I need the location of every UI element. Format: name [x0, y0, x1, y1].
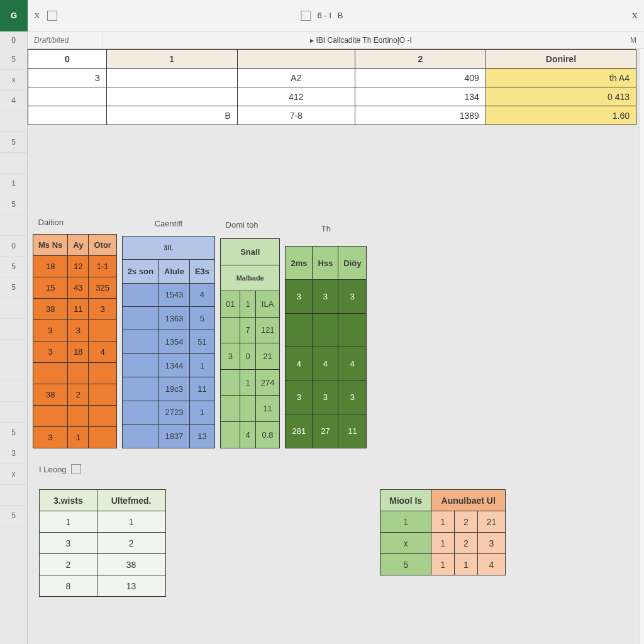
- cell[interactable]: 3: [338, 280, 367, 313]
- cell[interactable]: 18: [33, 255, 68, 277]
- row-header[interactable]: 4: [0, 91, 27, 111]
- col-header[interactable]: Ay: [68, 234, 89, 255]
- cell[interactable]: 1-1: [89, 255, 116, 277]
- cell[interactable]: 1543: [159, 283, 190, 306]
- col-header[interactable]: Ms Ns: [33, 234, 68, 255]
- cell[interactable]: 4: [89, 341, 116, 362]
- col-header[interactable]: Ultefmed.: [97, 490, 165, 511]
- cell[interactable]: [122, 425, 158, 448]
- cell[interactable]: B: [106, 106, 237, 125]
- cell[interactable]: [68, 362, 89, 384]
- cell[interactable]: 4: [286, 347, 313, 380]
- cell[interactable]: 15: [33, 277, 68, 298]
- close-icon[interactable]: X: [632, 11, 638, 21]
- column-header[interactable]: 0: [28, 50, 107, 69]
- cell[interactable]: [221, 317, 240, 343]
- row-header[interactable]: [0, 381, 27, 402]
- cell[interactable]: 1: [40, 511, 97, 533]
- cell[interactable]: [68, 405, 89, 426]
- cell[interactable]: 27: [313, 414, 338, 448]
- col-header[interactable]: Hss: [313, 246, 338, 279]
- cell[interactable]: 1: [380, 511, 431, 533]
- cell[interactable]: 1: [240, 291, 255, 318]
- cell[interactable]: 281: [286, 414, 313, 448]
- cell[interactable]: 11: [68, 298, 89, 319]
- row-header[interactable]: 5: [0, 194, 27, 215]
- cell[interactable]: A2: [237, 69, 355, 87]
- row-header[interactable]: 5: [0, 49, 27, 70]
- cell[interactable]: 8: [40, 575, 97, 597]
- row-header[interactable]: 1: [0, 174, 27, 194]
- column-header[interactable]: 2: [355, 50, 486, 69]
- cell[interactable]: 2: [97, 533, 165, 554]
- cell[interactable]: 3: [40, 533, 97, 554]
- cell[interactable]: [89, 405, 116, 426]
- cut-icon[interactable]: X: [34, 11, 40, 21]
- row-header[interactable]: 5: [0, 257, 27, 277]
- column-header[interactable]: Donirel: [486, 50, 636, 69]
- cell[interactable]: 3: [28, 69, 107, 87]
- column-header[interactable]: 1: [106, 50, 237, 69]
- cell[interactable]: [221, 396, 240, 422]
- cell[interactable]: 3: [313, 380, 338, 414]
- cell[interactable]: 7-8: [237, 106, 355, 125]
- checkbox-icon[interactable]: [71, 464, 81, 474]
- cell[interactable]: 0: [240, 343, 255, 370]
- cell[interactable]: [122, 377, 158, 401]
- col-header[interactable]: Diöy: [338, 246, 367, 279]
- cell[interactable]: [221, 421, 240, 448]
- cell[interactable]: 1: [240, 369, 255, 396]
- cell[interactable]: 01: [221, 291, 240, 318]
- cell[interactable]: 3: [68, 319, 89, 341]
- cell[interactable]: 11: [255, 396, 280, 422]
- vertical-scrollbar[interactable]: [639, 49, 644, 644]
- col-header[interactable]: Otor: [89, 234, 116, 255]
- cell[interactable]: [122, 353, 158, 377]
- cell[interactable]: ILA: [255, 291, 280, 318]
- cell[interactable]: 3: [33, 341, 68, 362]
- cell[interactable]: 21: [255, 343, 280, 370]
- cell[interactable]: 3: [313, 280, 338, 313]
- cell[interactable]: 5: [189, 307, 214, 330]
- row-header[interactable]: [0, 319, 27, 340]
- cell[interactable]: 1: [189, 401, 214, 424]
- cell[interactable]: [122, 283, 158, 306]
- row-header[interactable]: [0, 111, 27, 132]
- cell[interactable]: [221, 369, 240, 396]
- col-header[interactable]: 2ms: [286, 246, 313, 279]
- cell[interactable]: 12: [68, 255, 89, 277]
- row-header[interactable]: [0, 402, 27, 423]
- cell[interactable]: th A4: [486, 69, 636, 87]
- cell[interactable]: [122, 330, 158, 353]
- cell[interactable]: 2: [68, 384, 89, 405]
- select-all-corner[interactable]: 0: [0, 31, 28, 49]
- row-header[interactable]: 0: [0, 236, 27, 257]
- cell[interactable]: 1.60: [486, 106, 636, 125]
- cell[interactable]: [33, 405, 68, 426]
- cell[interactable]: 121: [255, 317, 280, 343]
- cell[interactable]: 4: [313, 347, 338, 380]
- cell[interactable]: 3: [477, 533, 506, 554]
- cell[interactable]: [89, 362, 116, 384]
- col-header[interactable]: 3.wists: [40, 490, 97, 511]
- cell[interactable]: 1: [97, 511, 165, 533]
- cell[interactable]: [28, 106, 107, 125]
- row-header[interactable]: 5: [0, 132, 27, 153]
- col-header[interactable]: Alule: [159, 260, 190, 283]
- cell[interactable]: [33, 362, 68, 384]
- cell[interactable]: 1: [454, 554, 477, 575]
- cell[interactable]: [338, 313, 367, 347]
- cell[interactable]: [89, 319, 116, 341]
- row-header[interactable]: [0, 340, 27, 360]
- formula-input[interactable]: ▸ IBI Callcadite Th Eortino|O -I: [103, 36, 619, 45]
- row-header[interactable]: x: [0, 70, 27, 91]
- cell[interactable]: 13: [97, 575, 165, 597]
- row-header[interactable]: 5: [0, 277, 27, 298]
- cell[interactable]: 38: [33, 298, 68, 319]
- name-box[interactable]: Draft/bited: [28, 31, 103, 48]
- cell[interactable]: 38: [33, 384, 68, 405]
- row-header[interactable]: x: [0, 464, 27, 485]
- cell[interactable]: 1: [68, 426, 89, 448]
- cell[interactable]: 3: [286, 380, 313, 414]
- cell[interactable]: 2: [40, 554, 97, 575]
